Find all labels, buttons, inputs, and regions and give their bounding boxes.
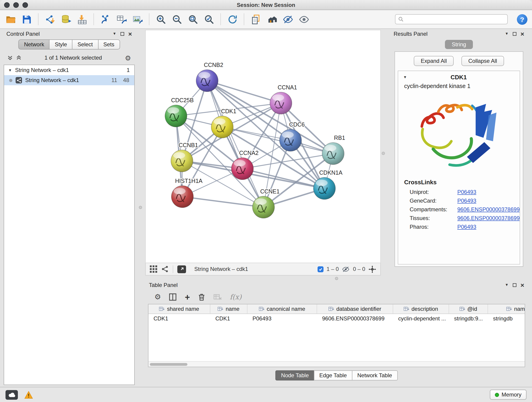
delete-table-icon[interactable] bbox=[214, 293, 222, 301]
function-builder-icon[interactable]: f(x) bbox=[230, 293, 241, 301]
import-network-file-button[interactable] bbox=[44, 13, 56, 26]
panel-float-icon[interactable] bbox=[513, 32, 516, 36]
horizontal-scrollbar[interactable] bbox=[148, 361, 525, 367]
collection-collapse-icon[interactable]: ▼ bbox=[8, 68, 12, 72]
zoom-in-button[interactable] bbox=[155, 13, 167, 26]
network-node-HIST1H1A[interactable]: HIST1H1A bbox=[171, 178, 203, 208]
network-share-icon[interactable] bbox=[161, 265, 169, 273]
crosslink-link[interactable]: 9606.ENSP00000378699 bbox=[457, 215, 520, 221]
network-row-selected[interactable]: String Network – cdk1 11 48 bbox=[4, 75, 134, 85]
table-data-row[interactable]: CDK1CDK1P064939606.ENSP00000378699cyclin… bbox=[148, 314, 525, 324]
crosslink-link[interactable]: 9606.ENSP00000378699 bbox=[457, 206, 520, 212]
table-cell[interactable]: CDK1 bbox=[210, 314, 247, 324]
network-node-CDC6[interactable]: CDC6 bbox=[279, 121, 305, 151]
pan-crosshair-icon[interactable] bbox=[368, 265, 376, 273]
network-node-CCNA1[interactable]: CCNA1 bbox=[270, 84, 297, 114]
table-cell[interactable]: CDK1 bbox=[148, 314, 210, 324]
table-cell[interactable]: 9606.ENSP00000378699 bbox=[317, 314, 393, 324]
network-node-RB1[interactable]: RB1 bbox=[322, 134, 345, 165]
crosslink-link[interactable]: P06493 bbox=[457, 197, 476, 204]
collapse-all-button[interactable]: Collapse All bbox=[462, 56, 504, 66]
return-to-gallery-button[interactable] bbox=[266, 13, 278, 26]
cloud-button[interactable] bbox=[6, 390, 18, 400]
control-panel-title: Control Panel bbox=[6, 31, 113, 37]
panel-menu-icon[interactable]: ▼ bbox=[505, 32, 509, 36]
save-session-button[interactable] bbox=[21, 13, 32, 26]
scrollbar-thumb[interactable] bbox=[150, 363, 187, 366]
panel-menu-icon[interactable]: ▼ bbox=[505, 283, 509, 287]
tab-string[interactable]: String bbox=[445, 40, 473, 49]
copy-button[interactable] bbox=[250, 13, 262, 26]
tab-node-table[interactable]: Node Table bbox=[276, 370, 314, 380]
table-cell[interactable]: stringdb:9... bbox=[449, 314, 488, 324]
help-button[interactable]: ? bbox=[517, 14, 527, 25]
show-all-button[interactable] bbox=[298, 13, 310, 26]
table-settings-gear-icon[interactable]: ⚙ bbox=[154, 293, 161, 301]
fit-content-button[interactable] bbox=[187, 13, 199, 26]
tab-network[interactable]: Network bbox=[19, 39, 50, 50]
search-input[interactable] bbox=[405, 16, 505, 22]
column-header-canonical-name[interactable]: canonical name bbox=[247, 304, 317, 313]
warnings-button[interactable] bbox=[23, 390, 34, 400]
database-icon bbox=[61, 14, 71, 25]
open-session-button[interactable] bbox=[5, 13, 17, 26]
search-box[interactable] bbox=[395, 14, 508, 24]
network-edge[interactable] bbox=[207, 81, 264, 207]
network-edge[interactable] bbox=[207, 81, 281, 103]
refresh-button[interactable] bbox=[226, 13, 238, 26]
column-header-name[interactable]: name bbox=[210, 304, 247, 313]
zoom-out-button[interactable] bbox=[171, 13, 183, 26]
birds-eye-view-icon[interactable] bbox=[150, 265, 157, 273]
collapse-all-networks-icon[interactable] bbox=[7, 55, 13, 61]
expand-all-button[interactable]: Expand All bbox=[414, 56, 454, 66]
zoom-selected-button[interactable] bbox=[203, 13, 215, 26]
maximize-window-button[interactable] bbox=[22, 2, 28, 7]
add-column-icon[interactable]: + bbox=[185, 293, 190, 301]
panel-close-icon[interactable]: × bbox=[520, 31, 524, 37]
column-header-description[interactable]: description bbox=[393, 304, 449, 313]
hidden-eye-icon[interactable] bbox=[342, 266, 350, 272]
expand-all-networks-icon[interactable] bbox=[16, 55, 22, 61]
import-table-button[interactable] bbox=[76, 13, 88, 26]
table-cell[interactable]: P06493 bbox=[247, 314, 317, 324]
close-window-button[interactable] bbox=[4, 2, 10, 7]
tab-select[interactable]: Select bbox=[72, 39, 98, 50]
column-header-shared-name[interactable]: shared name bbox=[148, 304, 210, 313]
splitter-handle[interactable] bbox=[382, 152, 385, 155]
table-cell[interactable]: cyclin-dependent ... bbox=[393, 314, 449, 324]
section-collapse-icon[interactable]: ▼ bbox=[403, 75, 407, 79]
panel-float-icon[interactable] bbox=[513, 283, 516, 287]
panel-menu-icon[interactable]: ▼ bbox=[113, 32, 116, 36]
panel-float-icon[interactable] bbox=[120, 32, 124, 36]
tab-edge-table[interactable]: Edge Table bbox=[314, 370, 352, 380]
new-network-from-table-button[interactable] bbox=[115, 13, 127, 26]
column-header-database-identifier[interactable]: database identifier bbox=[317, 304, 393, 313]
minimize-window-button[interactable] bbox=[13, 2, 19, 7]
open-in-new-window-icon[interactable] bbox=[177, 265, 186, 273]
column-header-namespace[interactable]: namespace bbox=[488, 304, 525, 313]
new-network-from-selection-button[interactable] bbox=[99, 13, 111, 26]
column-header--id[interactable]: @id bbox=[449, 304, 488, 313]
import-network-database-button[interactable] bbox=[60, 13, 72, 26]
splitter-handle[interactable] bbox=[139, 206, 142, 209]
table-cell[interactable]: stringdb bbox=[488, 314, 525, 324]
network-canvas[interactable]: CCNB2CCNA1CDC25BCDK1CDC6RB1CCNB1CCNA2CDK… bbox=[145, 30, 381, 263]
crosslink-link[interactable]: P06493 bbox=[457, 223, 476, 230]
network-edge[interactable] bbox=[182, 197, 264, 207]
splitter-handle[interactable] bbox=[335, 277, 338, 280]
delete-column-trash-icon[interactable] bbox=[198, 293, 206, 301]
network-node-CDC25B[interactable]: CDC25B bbox=[165, 97, 194, 127]
export-image-button[interactable] bbox=[132, 13, 143, 26]
crosslink-link[interactable]: P06493 bbox=[457, 189, 476, 195]
show-columns-icon[interactable] bbox=[169, 293, 177, 301]
memory-button[interactable]: Memory bbox=[490, 390, 526, 400]
network-collection-row[interactable]: ▼ String Network – cdk1 1 bbox=[4, 65, 134, 75]
gear-icon[interactable]: ⚙ bbox=[125, 54, 131, 61]
hide-selected-button[interactable] bbox=[282, 13, 294, 26]
tab-sets[interactable]: Sets bbox=[98, 39, 120, 50]
node-selection-checkbox[interactable] bbox=[317, 266, 323, 272]
tab-style[interactable]: Style bbox=[50, 39, 72, 50]
panel-close-icon[interactable]: × bbox=[520, 282, 524, 288]
panel-close-icon[interactable]: × bbox=[128, 31, 132, 37]
tab-network-table[interactable]: Network Table bbox=[352, 370, 398, 380]
